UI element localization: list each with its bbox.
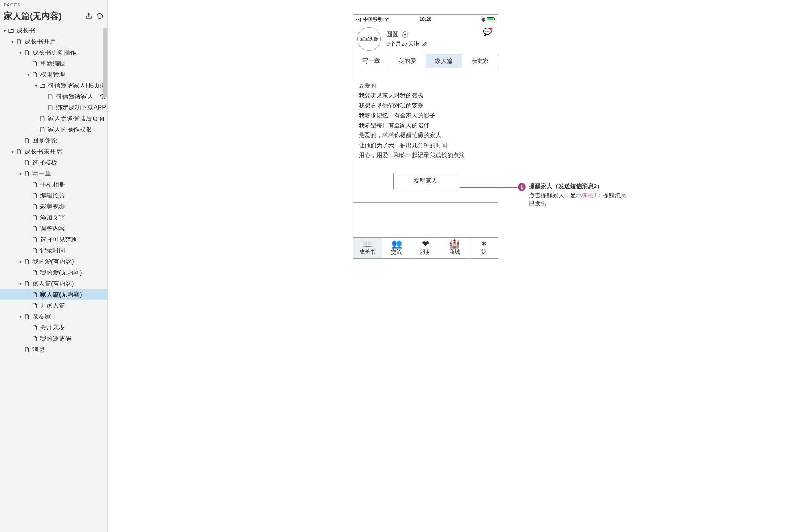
content-line: 最爱的 bbox=[359, 81, 492, 90]
tree-item[interactable]: 调整内容 bbox=[0, 223, 107, 234]
nav-item[interactable]: ❤服务 bbox=[411, 238, 440, 258]
clock-label: 18:28 bbox=[420, 17, 432, 22]
nav-icon: ❤ bbox=[411, 239, 440, 249]
alarm-icon: ◉ bbox=[481, 17, 485, 22]
nav-icon: 👥 bbox=[382, 239, 411, 249]
carrier-label: 中国移动 bbox=[363, 16, 382, 23]
add-icon[interactable]: + bbox=[402, 31, 408, 38]
chevron-icon[interactable]: ▼ bbox=[26, 73, 31, 77]
chevron-icon[interactable]: ▼ bbox=[18, 172, 23, 176]
tree-item-label: 成长书更多操作 bbox=[32, 49, 76, 57]
nav-label: 商城 bbox=[440, 249, 469, 256]
tab[interactable]: 写一章 bbox=[353, 54, 389, 68]
signal-icon: ▪▪▮ bbox=[356, 17, 362, 22]
nav-item[interactable]: 👥交流 bbox=[382, 238, 411, 258]
chevron-icon[interactable]: ▼ bbox=[2, 29, 7, 33]
chevron-icon[interactable]: ▼ bbox=[10, 40, 15, 44]
tree-item[interactable]: 家人篇(无内容) bbox=[0, 289, 107, 300]
chat-icon[interactable] bbox=[483, 27, 493, 37]
tree-item[interactable]: ▼我的爱(有内容) bbox=[0, 256, 107, 267]
scrollbar-thumb[interactable] bbox=[103, 28, 107, 98]
tab[interactable]: 家人篇 bbox=[426, 54, 462, 68]
page-tree[interactable]: ▼成长书▼成长书开启▼成长书更多操作重新编辑▼权限管理▼微信邀请家人H5页面微信… bbox=[0, 24, 107, 532]
tree-item[interactable]: ▼成长书开启 bbox=[0, 36, 107, 47]
tab[interactable]: 亲友家 bbox=[462, 54, 498, 68]
svg-point-5 bbox=[487, 31, 488, 31]
file-icon bbox=[31, 193, 38, 199]
tree-item[interactable]: ▼写一章 bbox=[0, 168, 107, 179]
annotation-link[interactable]: 弹框1 bbox=[582, 192, 597, 198]
nav-label: 我 bbox=[469, 249, 498, 256]
file-icon bbox=[24, 50, 30, 56]
tree-item[interactable]: 绑定成功下载APP bbox=[0, 102, 107, 113]
tree-item[interactable]: 手机相册 bbox=[0, 179, 107, 190]
chevron-icon[interactable]: ▼ bbox=[10, 150, 15, 154]
tree-item[interactable]: 无家人篇 bbox=[0, 300, 107, 311]
tree-item[interactable]: 裁剪视频 bbox=[0, 201, 107, 212]
tree-item[interactable]: 重新编辑 bbox=[0, 58, 107, 69]
nav-item[interactable]: 🏰商城 bbox=[440, 238, 469, 258]
tree-item[interactable]: 我的邀请码 bbox=[0, 333, 107, 344]
pages-label: PAGES bbox=[4, 2, 103, 7]
chevron-icon[interactable]: ▼ bbox=[18, 315, 23, 319]
file-icon bbox=[39, 116, 46, 122]
tree-item[interactable]: 记录时间 bbox=[0, 245, 107, 256]
annotation-text: 提醒家人（发送短信消息2） 点击提醒家人，显示弹框1：提醒消息已发出 bbox=[529, 182, 631, 207]
avatar[interactable]: 宝宝头像 bbox=[357, 27, 381, 51]
svg-point-4 bbox=[485, 31, 486, 31]
chevron-icon[interactable]: ▼ bbox=[18, 51, 23, 55]
refresh-icon[interactable] bbox=[96, 13, 103, 20]
tree-item[interactable]: ▼成长书 bbox=[0, 25, 107, 36]
edit-icon[interactable] bbox=[422, 41, 428, 47]
tree-item-label: 家人受邀登陆后页面 bbox=[48, 115, 105, 123]
chevron-icon[interactable]: ▼ bbox=[34, 84, 39, 88]
tree-item[interactable]: ▼成长书未开启 bbox=[0, 146, 107, 157]
content-lines: 最爱的我要听见家人对我的赞扬我想看见他们对我的宠爱我奢求记忆中有全家人的影子我希… bbox=[359, 81, 492, 160]
tree-item[interactable]: ▼成长书更多操作 bbox=[0, 47, 107, 58]
file-icon bbox=[24, 281, 30, 287]
file-icon bbox=[31, 303, 38, 309]
annotation-title: 提醒家人（发送短信消息2） bbox=[529, 182, 631, 190]
tab[interactable]: 我的爱 bbox=[389, 54, 426, 68]
nav-item[interactable]: 📖成长书 bbox=[353, 238, 382, 258]
annotation-connector bbox=[460, 187, 518, 188]
svg-point-6 bbox=[488, 31, 489, 31]
tree-item[interactable]: 我的爱(无内容) bbox=[0, 267, 107, 278]
tree-item[interactable]: 消息 bbox=[0, 344, 107, 355]
file-icon bbox=[31, 248, 38, 254]
file-icon bbox=[31, 215, 38, 221]
tree-item[interactable]: 编辑照片 bbox=[0, 190, 107, 201]
tree-item-label: 家人的操作权限 bbox=[48, 126, 92, 134]
svg-rect-2 bbox=[494, 18, 495, 20]
file-icon bbox=[31, 182, 38, 188]
spacer bbox=[353, 203, 498, 237]
tree-item[interactable]: 回复评论 bbox=[0, 135, 107, 146]
nav-icon: 📖 bbox=[353, 239, 382, 249]
tree-item[interactable]: 关注亲友 bbox=[0, 322, 107, 333]
tree-item[interactable]: 选择可见范围 bbox=[0, 234, 107, 245]
nav-item[interactable]: ✶我 bbox=[469, 238, 498, 258]
tree-item[interactable]: 添加文字 bbox=[0, 212, 107, 223]
tree-item-label: 选择可见范围 bbox=[40, 236, 78, 244]
remind-family-button[interactable]: 提醒家人 bbox=[393, 173, 458, 189]
chevron-icon[interactable]: ▼ bbox=[18, 282, 23, 286]
content-line: 我奢求记忆中有全家人的影子 bbox=[359, 111, 492, 120]
share-icon[interactable] bbox=[85, 13, 92, 20]
tree-item-label: 家人篇(有内容) bbox=[32, 280, 74, 288]
canvas: ▪▪▮ 中国移动 18:28 ◉ 宝宝头像 bbox=[108, 0, 811, 532]
tree-item[interactable]: ▼家人篇(有内容) bbox=[0, 278, 107, 289]
page-title: 家人篇(无内容) bbox=[4, 10, 62, 22]
file-icon bbox=[31, 336, 38, 342]
tree-item[interactable]: ▼权限管理 bbox=[0, 69, 107, 80]
tree-item[interactable]: 微信邀请家人—链 bbox=[0, 91, 107, 102]
tree-item-label: 权限管理 bbox=[40, 71, 65, 79]
tree-item[interactable]: ▼亲友家 bbox=[0, 311, 107, 322]
tree-item[interactable]: 选择模板 bbox=[0, 157, 107, 168]
tree-item[interactable]: ▼微信邀请家人H5页面 bbox=[0, 80, 107, 91]
tree-item-label: 添加文字 bbox=[40, 214, 65, 222]
chevron-icon[interactable]: ▼ bbox=[18, 260, 23, 264]
tree-item[interactable]: 家人的操作权限 bbox=[0, 124, 107, 135]
tree-item[interactable]: 家人受邀登陆后页面 bbox=[0, 113, 107, 124]
tree-item-label: 微信邀请家人H5页面 bbox=[48, 82, 106, 90]
profile-name: 圆圆 bbox=[386, 30, 399, 39]
